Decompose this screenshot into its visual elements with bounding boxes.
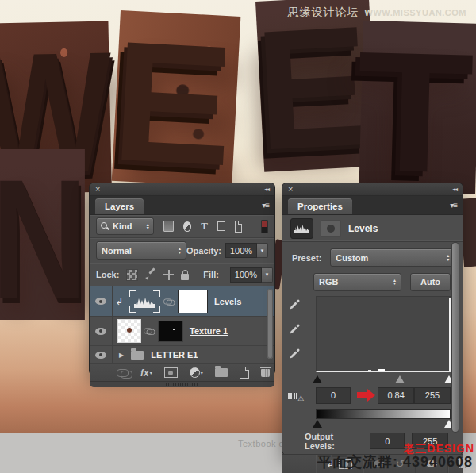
black-point-eyedropper-icon[interactable] (289, 298, 301, 310)
channel-dropdown[interactable]: RGB (313, 273, 401, 291)
properties-panel: Properties Levels Preset: Custom RGB (282, 183, 463, 455)
filter-shape-layers-icon[interactable] (217, 221, 225, 231)
filter-adjustment-layers-icon[interactable] (183, 221, 191, 232)
properties-scrollbar[interactable] (451, 242, 459, 433)
expand-group-icon[interactable] (119, 352, 124, 359)
opacity-value[interactable]: 100% (225, 243, 257, 258)
output-levels-label: Output Levels: (305, 432, 362, 451)
gray-point-eyedropper-icon[interactable] (289, 322, 301, 335)
eyedropper-tools (289, 298, 301, 360)
panel-resize-strip[interactable] (90, 382, 274, 387)
qq-group-text: 平面交流群: 43940608 (317, 452, 473, 471)
layer-name[interactable]: LETTER E1 (151, 350, 198, 360)
chocolate-letter-n: N (0, 149, 85, 320)
preset-dropdown[interactable]: Custom (330, 248, 455, 267)
visibility-cell[interactable] (90, 317, 113, 345)
adjustment-icon (190, 367, 200, 378)
lock-icons (126, 269, 189, 281)
eye-icon[interactable] (95, 328, 106, 335)
layers-panel-header (90, 183, 274, 196)
lock-label: Lock: (96, 270, 119, 279)
layer-row-levels[interactable]: Levels (90, 286, 274, 317)
updown-arrows-icon (178, 247, 181, 254)
filter-toggle-icon[interactable] (261, 220, 268, 233)
visibility-cell[interactable] (90, 346, 113, 363)
panel-menu-icon[interactable] (450, 201, 457, 210)
collapse-panel-icon[interactable] (452, 186, 457, 193)
levels-histogram-icon (294, 223, 309, 233)
chevron-down-icon (150, 370, 152, 375)
eye-icon[interactable] (95, 298, 106, 305)
histogram-warning-icon[interactable] (288, 390, 301, 400)
new-layer-icon[interactable] (240, 367, 249, 379)
levels-thumbnail[interactable] (129, 290, 160, 313)
output-black-slider[interactable] (313, 420, 322, 428)
lock-row: Lock: Fill: 100% (90, 263, 274, 286)
midtone-input[interactable]: 0.84 (378, 387, 414, 404)
selection-bracket (153, 306, 160, 313)
levels-histogram-icon (134, 295, 155, 308)
visibility-cell[interactable] (90, 286, 113, 316)
opacity-dropdown-icon[interactable] (257, 243, 268, 258)
blend-mode-row: Normal Opacity: 100% (90, 238, 274, 263)
tab-properties[interactable]: Properties (288, 198, 352, 214)
site-watermark: 思缘设计论坛 WWW.MISSYUAN.COM (288, 6, 466, 20)
lock-transparency-icon[interactable] (126, 269, 138, 281)
close-icon[interactable] (288, 186, 293, 193)
layer-name[interactable]: Levels (214, 297, 241, 306)
new-group-icon[interactable] (215, 368, 228, 377)
highlight-input[interactable]: 255 (414, 387, 451, 404)
layer-styles-button[interactable]: fx (140, 367, 152, 379)
lock-pixels-icon[interactable] (145, 269, 156, 280)
add-mask-icon[interactable] (164, 367, 178, 378)
shadow-slider[interactable] (313, 375, 322, 383)
chocolate-letter-e1: E (112, 10, 241, 187)
layer-mask-thumbnail[interactable] (178, 290, 207, 313)
output-gradient-bar (316, 409, 451, 419)
layers-scrollbar[interactable] (267, 289, 273, 359)
mask-properties-icon[interactable] (321, 220, 341, 237)
blend-mode-value: Normal (102, 246, 132, 256)
fx-label: fx (140, 367, 149, 379)
layer-thumbnail[interactable] (118, 320, 140, 342)
layer-mask-thumbnail[interactable] (159, 321, 182, 341)
layer-row-letter-e1[interactable]: LETTER E1 (90, 346, 274, 364)
white-point-eyedropper-icon[interactable] (289, 347, 301, 360)
midtone-slider[interactable] (395, 375, 405, 383)
lock-position-icon[interactable] (163, 270, 174, 280)
filter-kind-dropdown[interactable]: Kind (96, 217, 154, 235)
blend-mode-dropdown[interactable]: Normal (96, 241, 186, 260)
histogram-bump (368, 370, 371, 371)
panel-menu-icon[interactable] (262, 201, 269, 210)
link-layers-icon[interactable] (117, 369, 129, 377)
filter-pixel-layers-icon[interactable] (163, 221, 174, 232)
auto-button[interactable]: Auto (410, 273, 451, 291)
shadow-input[interactable]: 0 (316, 387, 351, 404)
filter-kind-label: Kind (113, 221, 132, 231)
filter-smart-objects-icon[interactable] (235, 221, 243, 233)
lock-all-icon[interactable] (181, 274, 189, 280)
layers-panel: Layers Kind Normal Opacity: (90, 183, 274, 375)
updown-arrows-icon (147, 223, 149, 230)
selection-bracket (129, 306, 136, 313)
eye-icon[interactable] (95, 352, 106, 359)
layers-tab-bar: Layers (90, 196, 274, 215)
delete-layer-icon[interactable] (261, 369, 270, 377)
link-mask-icon[interactable] (163, 298, 172, 304)
fill-dropdown-icon[interactable] (262, 267, 273, 283)
layer-row-texture1[interactable]: Texture 1 (90, 317, 274, 346)
collapse-panel-icon[interactable] (264, 186, 269, 193)
tab-layers[interactable]: Layers (95, 198, 144, 214)
filter-type-layers-icon[interactable] (201, 221, 208, 231)
new-adjustment-layer-button[interactable] (190, 367, 203, 378)
output-low-input[interactable]: 0 (370, 433, 405, 449)
output-gradient-zone (316, 409, 451, 429)
levels-adjustment-icon (290, 218, 313, 239)
preset-value: Custom (336, 253, 368, 263)
fill-value[interactable]: 100% (230, 267, 262, 283)
close-icon[interactable] (95, 186, 100, 193)
layer-filter-row: Kind (90, 215, 274, 238)
link-mask-icon[interactable] (144, 329, 152, 334)
layer-name[interactable]: Texture 1 (190, 326, 228, 336)
histogram-bump (378, 369, 385, 371)
